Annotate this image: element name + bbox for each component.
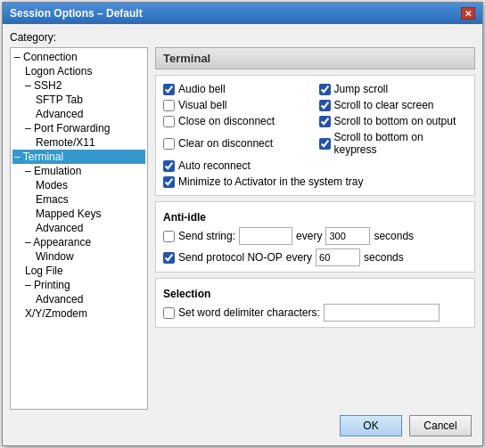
scroll-bottom-output-checkbox[interactable] — [319, 116, 331, 127]
bottom-bar: OK Cancel — [10, 410, 475, 438]
sidebar-item-emulation[interactable]: – Emulation — [12, 164, 145, 178]
category-label: Category: — [10, 31, 475, 44]
scroll-clear-label[interactable]: Scroll to clear screen — [334, 99, 434, 111]
ok-button[interactable]: OK — [340, 415, 402, 436]
close-disconnect-row: Close on disconnect — [163, 115, 312, 127]
send-string-every-label: every — [296, 230, 322, 242]
set-word-delimiter-label[interactable]: Set word delimiter characters: — [178, 306, 320, 319]
sidebar-item-advanced[interactable]: Advanced — [12, 107, 145, 121]
sidebar-item-remote-x11[interactable]: Remote/X11 — [12, 135, 145, 150]
sidebar-item-window[interactable]: Window — [12, 249, 145, 264]
set-word-delimiter-input[interactable] — [324, 304, 440, 322]
close-disconnect-checkbox[interactable] — [163, 116, 175, 127]
sidebar-item-ssh2[interactable]: – SSH2 — [12, 78, 145, 93]
scroll-clear-checkbox[interactable] — [319, 100, 331, 111]
send-noop-checkbox[interactable] — [163, 252, 175, 264]
sidebar-item-appearance[interactable]: – Appearance — [12, 235, 145, 249]
send-string-row: Send string: every seconds — [163, 227, 467, 245]
audio-bell-checkbox[interactable] — [163, 84, 175, 95]
send-noop-seconds-label: seconds — [364, 251, 404, 264]
title-bar: Session Options – Default ✕ — [3, 3, 482, 24]
sidebar-item-advanced-term[interactable]: Advanced — [12, 221, 145, 235]
send-string-input[interactable] — [239, 227, 292, 245]
sidebar-item-advanced-print[interactable]: Advanced — [12, 292, 145, 306]
checkbox-grid: Audio bell Jump scroll Visual bell — [163, 83, 467, 188]
clear-disconnect-label[interactable]: Clear on disconnect — [178, 137, 273, 150]
right-panel: Terminal Audio bell Jump scroll — [155, 47, 475, 410]
sidebar-item-mapped-keys[interactable]: Mapped Keys — [12, 207, 145, 221]
jump-scroll-label[interactable]: Jump scroll — [334, 83, 389, 95]
main-content: – Connection Logon Actions – SSH2 SFTP T… — [10, 47, 475, 410]
send-string-label[interactable]: Send string: — [178, 230, 235, 242]
sidebar-tree[interactable]: – Connection Logon Actions – SSH2 SFTP T… — [10, 47, 148, 410]
minimize-activator-label[interactable]: Minimize to Activator in the system tray — [178, 175, 363, 188]
sidebar-item-port-forwarding[interactable]: – Port Forwarding — [12, 121, 145, 135]
set-word-row: Set word delimiter characters: — [163, 304, 467, 322]
sidebar-item-log-file[interactable]: Log File — [12, 264, 145, 278]
send-noop-row: Send protocol NO-OP every seconds — [163, 248, 467, 266]
scroll-clear-row: Scroll to clear screen — [319, 99, 468, 111]
minimize-activator-row: Minimize to Activator in the system tray — [163, 175, 467, 188]
send-noop-every-label: every — [286, 251, 312, 264]
send-string-interval-input[interactable] — [325, 227, 370, 245]
set-word-delimiter-checkbox[interactable] — [163, 307, 175, 319]
sidebar-item-modes[interactable]: Modes — [12, 178, 145, 192]
send-string-seconds-label: seconds — [374, 230, 414, 242]
jump-scroll-row: Jump scroll — [319, 83, 468, 95]
anti-idle-section: Anti-idle Send string: every seconds Sen… — [155, 201, 475, 273]
scroll-bottom-output-label[interactable]: Scroll to bottom on output — [334, 115, 456, 127]
anti-idle-label: Anti-idle — [163, 211, 467, 224]
jump-scroll-checkbox[interactable] — [319, 84, 331, 95]
visual-bell-row: Visual bell — [163, 99, 312, 111]
auto-reconnect-row: Auto reconnect — [163, 159, 467, 172]
visual-bell-checkbox[interactable] — [163, 100, 175, 111]
auto-reconnect-label[interactable]: Auto reconnect — [178, 159, 251, 172]
panel-title: Terminal — [155, 47, 475, 69]
send-noop-label[interactable]: Send protocol NO-OP — [178, 251, 283, 264]
clear-disconnect-checkbox[interactable] — [163, 138, 175, 150]
scroll-bottom-keypress-row: Scroll to bottom on keypress — [319, 131, 468, 156]
window-title: Session Options – Default — [10, 7, 143, 20]
session-options-window: Session Options – Default ✕ Category: – … — [2, 2, 483, 446]
sidebar-item-emacs[interactable]: Emacs — [12, 192, 145, 207]
scroll-bottom-keypress-label[interactable]: Scroll to bottom on keypress — [334, 131, 468, 156]
audio-bell-label[interactable]: Audio bell — [178, 83, 226, 95]
send-string-checkbox[interactable] — [163, 231, 175, 242]
close-button[interactable]: ✕ — [461, 7, 475, 20]
sidebar-item-connection[interactable]: – Connection — [12, 50, 145, 64]
selection-section: Selection Set word delimiter characters: — [155, 278, 475, 328]
minimize-activator-checkbox[interactable] — [163, 176, 175, 188]
close-disconnect-label[interactable]: Close on disconnect — [178, 115, 275, 127]
scroll-bottom-keypress-checkbox[interactable] — [319, 138, 331, 150]
scroll-bottom-output-row: Scroll to bottom on output — [319, 115, 468, 127]
options-section: Audio bell Jump scroll Visual bell — [155, 75, 475, 196]
sidebar-item-xyz[interactable]: X/Y/Zmodem — [12, 306, 145, 321]
cancel-button[interactable]: Cancel — [409, 415, 472, 436]
sidebar-item-sftp-tab[interactable]: SFTP Tab — [12, 93, 145, 107]
sidebar-item-logon-actions[interactable]: Logon Actions — [12, 64, 145, 78]
send-noop-interval-input[interactable] — [316, 248, 360, 266]
sidebar-item-terminal[interactable]: – Terminal — [12, 150, 145, 164]
sidebar-item-printing[interactable]: – Printing — [12, 278, 145, 292]
selection-label: Selection — [163, 288, 467, 300]
visual-bell-label[interactable]: Visual bell — [178, 99, 226, 111]
auto-reconnect-checkbox[interactable] — [163, 160, 175, 172]
clear-disconnect-row: Clear on disconnect — [163, 131, 312, 156]
window-body: Category: – Connection Logon Actions – S… — [3, 24, 482, 445]
audio-bell-row: Audio bell — [163, 83, 312, 95]
